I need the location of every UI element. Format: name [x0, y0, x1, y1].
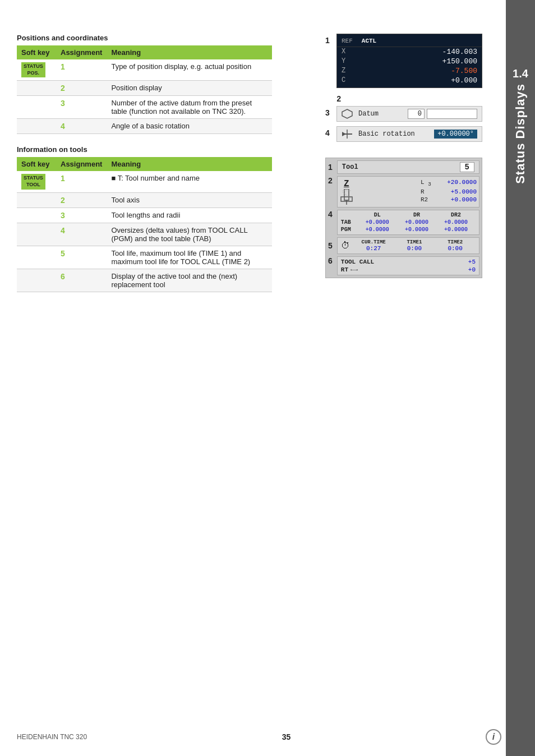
time2-value: 0:00: [435, 245, 476, 252]
tool-panel-num-4: 4: [328, 210, 333, 219]
c-coord-row: C +0.000: [337, 76, 482, 85]
assignment-num: 2: [61, 196, 65, 205]
tool-call-label: TOOL CALL: [341, 259, 468, 265]
assignment-num: 3: [61, 211, 65, 220]
tool-panel-num-6: 6: [328, 256, 333, 265]
delta-headers: DL DR DR2: [341, 212, 476, 218]
rotation-label: Basic rotation: [358, 130, 434, 138]
datum-icon: [342, 109, 354, 119]
tool-panel-num-5: 5: [328, 241, 333, 250]
time-header-row: CUR.TIME TIME1 TIME2: [353, 239, 476, 245]
positions-table: Soft key Assignment Meaning STATUSPOS. 1…: [17, 45, 272, 134]
assignment-num: 1: [61, 174, 65, 183]
assignment-cell: 4: [56, 119, 107, 134]
softkey-cell: [17, 192, 56, 208]
tool-call-content: TOOL CALL +5 RT ←→ +0: [337, 256, 479, 275]
tool-display-panel: 1 Tool 5 2 Z: [325, 158, 482, 278]
l-label: L 3: [421, 179, 435, 187]
meaning-cell: Number of the active datum from the pres…: [107, 96, 272, 119]
col-assignment-2: Assignment: [56, 157, 107, 171]
time1-header: TIME1: [394, 239, 435, 245]
panel-num-3: 3: [325, 106, 336, 124]
positions-section: Positions and coordinates Soft key Assig…: [17, 34, 272, 134]
table-row: 2 Position display: [17, 81, 272, 96]
tools-header: Information on tools: [17, 145, 272, 154]
clock-icon: ⏱: [341, 241, 350, 251]
r2-label: R2: [421, 196, 435, 203]
assignment-cell: 1: [56, 59, 107, 81]
y-coord-row: Y +150.000: [337, 57, 482, 66]
softkey-cell: [17, 246, 56, 269]
tool-axis-icons: Z: [340, 179, 353, 205]
table-row: 4 Oversizes (delta values) from TOOL CAL…: [17, 223, 272, 246]
tool-panel-num-1: 1: [328, 163, 333, 172]
status-tool-badge: STATUSTOOL: [21, 174, 45, 189]
col-softkey-2: Soft key: [17, 157, 56, 171]
pgm-label: PGM: [341, 227, 358, 233]
assignment-cell: 4: [56, 223, 107, 246]
rotation-icon: [342, 129, 354, 139]
tool-dims-content: Z L 3 +20.0000: [337, 176, 479, 208]
z-coord-row: Z -7.500: [337, 66, 482, 76]
tab-dr: +0.0000: [397, 219, 436, 225]
svg-marker-2: [342, 132, 346, 136]
positions-header: Positions and coordinates: [17, 34, 272, 42]
actl-label: ACTL: [362, 38, 376, 44]
tool-time-content: ⏱ CUR.TIME TIME1 TIME2 0:27 0:00 0:00: [337, 237, 479, 254]
assignment-num: 2: [61, 84, 65, 93]
softkey-cell: [17, 208, 56, 223]
meaning-cell: Oversizes (delta values) from TOOL CALL …: [107, 223, 272, 246]
info-icon: i: [486, 729, 501, 745]
x-coord-row: X -140.003: [337, 47, 482, 57]
l-dim-row: L 3 +20.0000: [421, 179, 477, 187]
datum-panel-block: 3 Datum 0: [325, 106, 482, 124]
assignment-cell: 3: [56, 96, 107, 119]
r-label: R: [421, 188, 435, 195]
delta-spacer: [341, 212, 358, 218]
footer-page: 35: [282, 732, 291, 741]
meaning-cell: Angle of a basic rotation: [107, 119, 272, 134]
panel-num-1: 1: [325, 34, 336, 88]
tab-dr2: +0.0000: [436, 219, 476, 225]
meaning-cell: ■ T: Tool number and name: [107, 171, 272, 192]
x-axis-value: -140.003: [353, 48, 477, 56]
softkey-cell: [17, 269, 56, 292]
datum-row: Datum 0: [336, 106, 482, 122]
datum-panel: Datum 0: [336, 106, 482, 124]
dr-header: DR: [397, 212, 436, 218]
tool-call-first-row: TOOL CALL +5: [341, 259, 476, 265]
dl-header: DL: [358, 212, 397, 218]
tool-name-row: Tool 5: [337, 160, 479, 174]
tools-table: Soft key Assignment Meaning STATUSTOOL 1…: [17, 157, 272, 292]
rt-label: RT: [341, 266, 348, 273]
assignment-num: 5: [61, 249, 65, 258]
r2-dim-row: R2 +0.0000: [421, 196, 477, 203]
pgm-dr2: +0.0000: [436, 227, 476, 233]
col-meaning-2: Meaning: [107, 157, 272, 171]
assignment-cell: 6: [56, 269, 107, 292]
z-axis-icon: Z: [344, 179, 349, 189]
tab-label: TAB: [341, 219, 358, 225]
tool-dimensions: L 3 +20.0000 R +5.0000 R2 +0.0000: [421, 179, 477, 205]
svg-marker-0: [342, 109, 352, 118]
coord-display: REF ACTL X -140.003 Y +150.000 Z -7.500: [336, 34, 482, 88]
x-axis-label: X: [342, 48, 353, 56]
col-meaning-1: Meaning: [107, 45, 272, 59]
time-value-row: 0:27 0:00 0:00: [353, 245, 476, 252]
r-dim-row: R +5.0000: [421, 188, 477, 195]
assignment-num: 4: [61, 226, 65, 235]
time-cols: CUR.TIME TIME1 TIME2 0:27 0:00 0:00: [353, 239, 476, 252]
softkey-cell: [17, 119, 56, 134]
position-panel: REF ACTL X -140.003 Y +150.000 Z -7.500: [336, 34, 482, 88]
table-row: 3 Number of the active datum from the pr…: [17, 96, 272, 119]
rotation-panel-block: 4 Basic rotation +0.00000°: [325, 126, 482, 142]
r2-value: +0.0000: [435, 196, 477, 203]
y-axis-label: Y: [342, 57, 353, 66]
tool-delta-content: DL DR DR2 TAB +0.0000 +0.0000 +0.0000 PG…: [337, 210, 479, 235]
assignment-num: 3: [61, 99, 65, 108]
z-axis-value: -7.500: [353, 67, 477, 75]
meaning-cell: Display of the active tool and the (next…: [107, 269, 272, 292]
softkey-cell: [17, 81, 56, 96]
assignment-cell: 2: [56, 192, 107, 208]
time2-header: TIME2: [435, 239, 476, 245]
